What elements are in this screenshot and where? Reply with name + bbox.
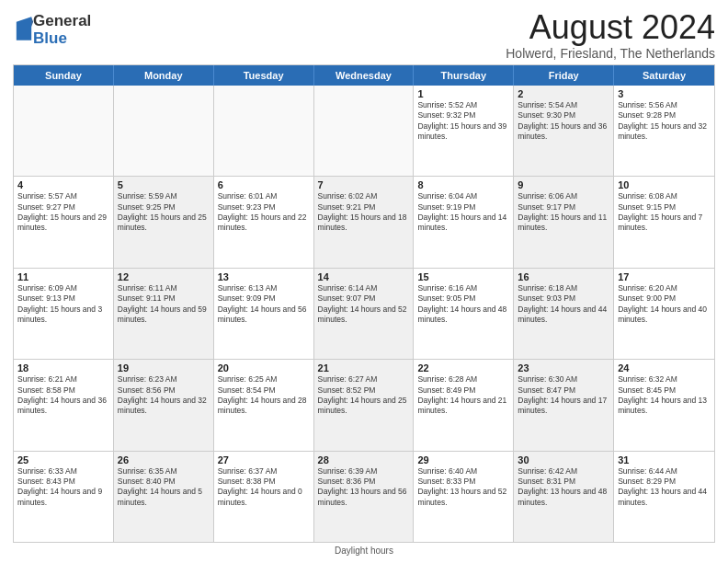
empty-cell: [14, 86, 114, 176]
day-number: 13: [218, 271, 310, 282]
day-cell-28: 28Sunrise: 6:39 AM Sunset: 8:36 PM Dayli…: [314, 452, 415, 542]
day-number: 10: [618, 179, 711, 190]
day-number: 6: [218, 179, 310, 190]
day-cell-5: 5Sunrise: 5:59 AM Sunset: 9:25 PM Daylig…: [114, 177, 214, 267]
day-cell-26: 26Sunrise: 6:35 AM Sunset: 8:40 PM Dayli…: [114, 452, 214, 542]
day-info: Sunrise: 6:09 AM Sunset: 9:13 PM Dayligh…: [17, 283, 109, 326]
day-cell-4: 4Sunrise: 5:57 AM Sunset: 9:27 PM Daylig…: [14, 177, 114, 267]
day-info: Sunrise: 6:27 AM Sunset: 8:52 PM Dayligh…: [318, 374, 410, 417]
page: General Blue August 2024 Holwerd, Friesl…: [0, 0, 728, 563]
day-number: 3: [618, 88, 711, 99]
subtitle: Holwerd, Friesland, The Netherlands: [506, 46, 715, 61]
day-info: Sunrise: 5:56 AM Sunset: 9:28 PM Dayligh…: [618, 100, 711, 143]
day-info: Sunrise: 6:20 AM Sunset: 9:00 PM Dayligh…: [618, 283, 711, 326]
day-cell-18: 18Sunrise: 6:21 AM Sunset: 8:58 PM Dayli…: [14, 360, 114, 450]
empty-cell: [214, 86, 314, 176]
logo-icon: [15, 15, 33, 42]
day-info: Sunrise: 6:23 AM Sunset: 8:56 PM Dayligh…: [118, 374, 210, 417]
day-info: Sunrise: 5:59 AM Sunset: 9:25 PM Dayligh…: [118, 191, 210, 234]
cal-row-4: 25Sunrise: 6:33 AM Sunset: 8:43 PM Dayli…: [14, 452, 714, 542]
day-info: Sunrise: 6:32 AM Sunset: 8:45 PM Dayligh…: [618, 374, 711, 417]
day-cell-1: 1Sunrise: 5:52 AM Sunset: 9:32 PM Daylig…: [414, 86, 514, 176]
footer-note: Daylight hours: [13, 543, 715, 556]
day-cell-3: 3Sunrise: 5:56 AM Sunset: 9:28 PM Daylig…: [614, 86, 714, 176]
day-number: 15: [417, 271, 509, 282]
cal-row-3: 18Sunrise: 6:21 AM Sunset: 8:58 PM Dayli…: [14, 360, 714, 451]
day-number: 14: [318, 271, 410, 282]
day-info: Sunrise: 6:37 AM Sunset: 8:38 PM Dayligh…: [218, 466, 310, 509]
day-info: Sunrise: 6:35 AM Sunset: 8:40 PM Dayligh…: [118, 466, 210, 509]
day-number: 27: [218, 454, 310, 465]
empty-cell: [114, 86, 214, 176]
day-number: 5: [118, 179, 210, 190]
day-info: Sunrise: 6:21 AM Sunset: 8:58 PM Dayligh…: [17, 374, 109, 417]
day-cell-13: 13Sunrise: 6:13 AM Sunset: 9:09 PM Dayli…: [214, 269, 314, 359]
day-cell-20: 20Sunrise: 6:25 AM Sunset: 8:54 PM Dayli…: [214, 360, 314, 450]
day-cell-24: 24Sunrise: 6:32 AM Sunset: 8:45 PM Dayli…: [614, 360, 714, 450]
day-number: 17: [618, 271, 711, 282]
logo-general: General: [33, 13, 91, 30]
day-number: 2: [518, 88, 609, 99]
day-cell-11: 11Sunrise: 6:09 AM Sunset: 9:13 PM Dayli…: [14, 269, 114, 359]
empty-cell: [314, 86, 415, 176]
day-cell-17: 17Sunrise: 6:20 AM Sunset: 9:00 PM Dayli…: [614, 269, 714, 359]
day-cell-25: 25Sunrise: 6:33 AM Sunset: 8:43 PM Dayli…: [14, 452, 114, 542]
calendar-body: 1Sunrise: 5:52 AM Sunset: 9:32 PM Daylig…: [14, 86, 714, 542]
day-info: Sunrise: 6:42 AM Sunset: 8:31 PM Dayligh…: [518, 466, 609, 509]
day-info: Sunrise: 6:02 AM Sunset: 9:21 PM Dayligh…: [318, 191, 410, 234]
day-cell-12: 12Sunrise: 6:11 AM Sunset: 9:11 PM Dayli…: [114, 269, 214, 359]
day-info: Sunrise: 6:06 AM Sunset: 9:17 PM Dayligh…: [518, 191, 609, 234]
day-cell-6: 6Sunrise: 6:01 AM Sunset: 9:23 PM Daylig…: [214, 177, 314, 267]
logo-text: General Blue: [33, 13, 91, 47]
header-day-wednesday: Wednesday: [314, 65, 415, 86]
day-number: 24: [618, 362, 711, 373]
day-info: Sunrise: 6:13 AM Sunset: 9:09 PM Dayligh…: [218, 283, 310, 326]
day-info: Sunrise: 6:18 AM Sunset: 9:03 PM Dayligh…: [518, 283, 609, 326]
day-cell-30: 30Sunrise: 6:42 AM Sunset: 8:31 PM Dayli…: [514, 452, 614, 542]
day-cell-9: 9Sunrise: 6:06 AM Sunset: 9:17 PM Daylig…: [514, 177, 614, 267]
calendar-header: SundayMondayTuesdayWednesdayThursdayFrid…: [14, 65, 714, 86]
day-number: 29: [417, 454, 509, 465]
day-number: 16: [518, 271, 609, 282]
day-number: 31: [618, 454, 711, 465]
day-info: Sunrise: 6:30 AM Sunset: 8:47 PM Dayligh…: [518, 374, 609, 417]
day-number: 20: [218, 362, 310, 373]
header-day-tuesday: Tuesday: [214, 65, 314, 86]
day-cell-7: 7Sunrise: 6:02 AM Sunset: 9:21 PM Daylig…: [314, 177, 415, 267]
day-info: Sunrise: 6:01 AM Sunset: 9:23 PM Dayligh…: [218, 191, 310, 234]
day-number: 25: [17, 454, 109, 465]
day-info: Sunrise: 6:14 AM Sunset: 9:07 PM Dayligh…: [318, 283, 410, 326]
day-number: 26: [118, 454, 210, 465]
day-number: 18: [17, 362, 109, 373]
day-cell-10: 10Sunrise: 6:08 AM Sunset: 9:15 PM Dayli…: [614, 177, 714, 267]
header-day-thursday: Thursday: [414, 65, 514, 86]
day-info: Sunrise: 6:08 AM Sunset: 9:15 PM Dayligh…: [618, 191, 711, 234]
svg-marker-0: [17, 17, 31, 40]
day-number: 21: [318, 362, 410, 373]
day-info: Sunrise: 6:16 AM Sunset: 9:05 PM Dayligh…: [417, 283, 509, 326]
header-day-friday: Friday: [514, 65, 614, 86]
cal-row-0: 1Sunrise: 5:52 AM Sunset: 9:32 PM Daylig…: [14, 86, 714, 177]
day-number: 4: [17, 179, 109, 190]
logo-blue: Blue: [33, 30, 91, 48]
main-title: August 2024: [506, 9, 715, 46]
day-info: Sunrise: 6:25 AM Sunset: 8:54 PM Dayligh…: [218, 374, 310, 417]
day-number: 22: [417, 362, 509, 373]
day-info: Sunrise: 6:44 AM Sunset: 8:29 PM Dayligh…: [618, 466, 711, 509]
cal-row-1: 4Sunrise: 5:57 AM Sunset: 9:27 PM Daylig…: [14, 177, 714, 268]
day-info: Sunrise: 6:39 AM Sunset: 8:36 PM Dayligh…: [318, 466, 410, 509]
day-info: Sunrise: 6:11 AM Sunset: 9:11 PM Dayligh…: [118, 283, 210, 326]
day-info: Sunrise: 6:04 AM Sunset: 9:19 PM Dayligh…: [417, 191, 509, 234]
day-cell-19: 19Sunrise: 6:23 AM Sunset: 8:56 PM Dayli…: [114, 360, 214, 450]
cal-row-2: 11Sunrise: 6:09 AM Sunset: 9:13 PM Dayli…: [14, 269, 714, 360]
day-number: 9: [518, 179, 609, 190]
day-cell-14: 14Sunrise: 6:14 AM Sunset: 9:07 PM Dayli…: [314, 269, 415, 359]
day-info: Sunrise: 5:57 AM Sunset: 9:27 PM Dayligh…: [17, 191, 109, 234]
header-day-monday: Monday: [114, 65, 214, 86]
day-info: Sunrise: 5:54 AM Sunset: 9:30 PM Dayligh…: [518, 100, 609, 143]
day-cell-23: 23Sunrise: 6:30 AM Sunset: 8:47 PM Dayli…: [514, 360, 614, 450]
day-info: Sunrise: 6:40 AM Sunset: 8:33 PM Dayligh…: [417, 466, 509, 509]
header-day-sunday: Sunday: [14, 65, 114, 86]
day-number: 11: [17, 271, 109, 282]
day-cell-21: 21Sunrise: 6:27 AM Sunset: 8:52 PM Dayli…: [314, 360, 415, 450]
